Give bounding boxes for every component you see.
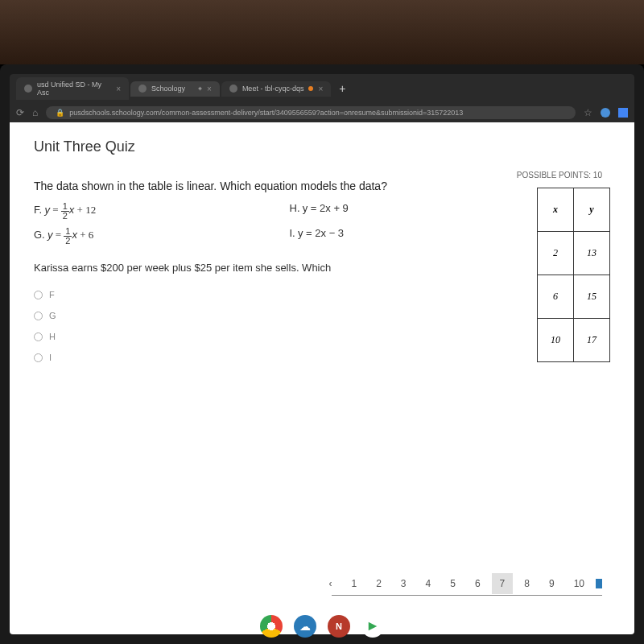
option-f: F. y = 12x + 12 bbox=[34, 202, 258, 221]
close-icon[interactable]: × bbox=[116, 85, 121, 93]
radio-f[interactable]: F bbox=[34, 290, 513, 299]
close-icon[interactable]: × bbox=[207, 85, 212, 93]
chrome-icon[interactable] bbox=[260, 615, 283, 634]
possible-points: POSSIBLE POINTS: 10 bbox=[517, 171, 602, 180]
page-2[interactable]: 2 bbox=[368, 573, 390, 594]
taskbar: ☁ N bbox=[255, 610, 389, 634]
home-icon[interactable]: ⌂ bbox=[32, 107, 38, 118]
radio-icon bbox=[34, 291, 43, 299]
answer-choices: F G H I bbox=[34, 290, 513, 362]
url-input[interactable]: 🔒 pusdschools.schoology.com/common-asses… bbox=[46, 106, 576, 119]
quiz-title: Unit Three Quiz bbox=[34, 138, 610, 155]
page-6[interactable]: 6 bbox=[467, 573, 489, 594]
table-row: 10 17 bbox=[538, 319, 610, 362]
tab-favicon bbox=[138, 85, 147, 93]
tab-favicon bbox=[24, 85, 32, 93]
tab-favicon bbox=[229, 85, 237, 93]
th-y: y bbox=[574, 188, 610, 232]
url-text: pusdschools.schoology.com/common-assessm… bbox=[69, 109, 463, 117]
background-photo bbox=[0, 0, 644, 64]
prev-page-button[interactable]: ‹ bbox=[320, 573, 340, 594]
office-icon[interactable]: N bbox=[328, 615, 350, 634]
tab-1[interactable]: Schoology ⌖ × bbox=[130, 81, 220, 97]
lock-icon: 🔒 bbox=[56, 109, 64, 117]
radio-icon bbox=[34, 332, 43, 341]
table-row: 6 15 bbox=[538, 275, 610, 319]
cursor-icon: ⌖ bbox=[198, 85, 202, 93]
bookmark-icon[interactable]: ☆ bbox=[584, 107, 592, 118]
tab-label: Meet - tbl-cyqc-dqs bbox=[242, 85, 304, 93]
page-5[interactable]: 5 bbox=[442, 573, 464, 594]
extension-icon[interactable] bbox=[601, 108, 610, 118]
url-bar: ⟳ ⌂ 🔒 pusdschools.schoology.com/common-a… bbox=[10, 103, 634, 122]
next-page-button[interactable] bbox=[596, 579, 602, 588]
data-table: x y 2 13 6 15 10 17 bbox=[537, 188, 610, 362]
tab-2[interactable]: Meet - tbl-cyqc-dqs × bbox=[221, 81, 331, 97]
cloud-app-icon[interactable]: ☁ bbox=[294, 615, 316, 634]
pagination: ‹ 1 2 3 4 5 6 7 8 9 10 bbox=[320, 573, 602, 594]
laptop-frame: usd Unified SD - My Asc × Schoology ⌖ × … bbox=[0, 64, 644, 644]
question-prompt: The data shown in the table is linear. W… bbox=[34, 180, 513, 192]
page-4[interactable]: 4 bbox=[418, 573, 440, 594]
pagination-divider bbox=[332, 595, 602, 596]
indicator-icon bbox=[308, 86, 313, 91]
option-g: G. y = 12x + 6 bbox=[34, 227, 258, 246]
second-question: Karissa earns $200 per week plus $25 per… bbox=[34, 262, 513, 274]
tab-label: Schoology bbox=[151, 85, 185, 93]
radio-i[interactable]: I bbox=[34, 353, 513, 362]
page-7[interactable]: 7 bbox=[492, 573, 514, 594]
page-9[interactable]: 9 bbox=[541, 573, 563, 594]
tab-label: usd Unified SD - My Asc bbox=[37, 80, 111, 97]
new-tab-button[interactable]: + bbox=[332, 82, 352, 95]
play-store-icon[interactable] bbox=[361, 615, 384, 634]
option-i: I. y = 2x − 3 bbox=[290, 227, 514, 246]
close-icon[interactable]: × bbox=[318, 85, 323, 93]
option-h: H. y = 2x + 9 bbox=[290, 202, 514, 221]
browser-tab-bar: usd Unified SD - My Asc × Schoology ⌖ × … bbox=[10, 74, 634, 103]
radio-h[interactable]: H bbox=[34, 332, 513, 341]
page-1[interactable]: 1 bbox=[343, 573, 365, 594]
page-content: Unit Three Quiz POSSIBLE POINTS: 10 The … bbox=[10, 122, 634, 634]
page-10[interactable]: 10 bbox=[566, 573, 592, 594]
reload-icon[interactable]: ⟳ bbox=[16, 107, 24, 118]
radio-icon bbox=[34, 353, 43, 362]
question-area: The data shown in the table is linear. W… bbox=[34, 180, 610, 362]
th-x: x bbox=[538, 188, 574, 232]
extension-icon-2[interactable] bbox=[618, 108, 628, 118]
table-row: 2 13 bbox=[538, 232, 610, 275]
radio-icon bbox=[34, 312, 43, 320]
page-3[interactable]: 3 bbox=[393, 573, 415, 594]
tab-0[interactable]: usd Unified SD - My Asc × bbox=[16, 77, 129, 100]
radio-g[interactable]: G bbox=[34, 311, 513, 320]
screen: usd Unified SD - My Asc × Schoology ⌖ × … bbox=[10, 74, 634, 634]
page-8[interactable]: 8 bbox=[516, 573, 538, 594]
